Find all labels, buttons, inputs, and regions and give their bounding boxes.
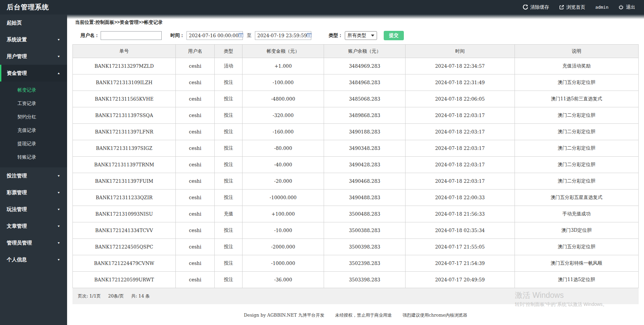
table-row: BANK1721241334TCVVceshi投注-10.0003500388.… bbox=[73, 222, 639, 239]
sidebar-subitem[interactable]: 充值记录 bbox=[0, 124, 67, 137]
app-title: 后台管理系统 bbox=[0, 3, 49, 12]
table-cell: ceshi bbox=[176, 239, 215, 255]
logout-button[interactable]: 退出 bbox=[619, 4, 635, 10]
table-cell: ceshi bbox=[176, 206, 215, 222]
sidebar-item-6[interactable]: 玩法管理▼ bbox=[0, 201, 67, 218]
table-cell: BANK1721310993NISU bbox=[73, 206, 176, 222]
table-cell: 澳门五分彩特殊一帆风顺 bbox=[515, 255, 639, 272]
username-label: 用户名： bbox=[80, 33, 99, 39]
table-cell: BANK1721313109ILZH bbox=[73, 74, 176, 91]
table-cell: ceshi bbox=[176, 189, 215, 206]
sidebar-item-label: 投注管理 bbox=[7, 173, 27, 179]
table-cell: 3500488.283 bbox=[324, 206, 406, 222]
sidebar-item-label: 文章管理 bbox=[7, 223, 27, 229]
sidebar-subitem[interactable]: 契约分红 bbox=[0, 110, 67, 124]
table-cell: 投注 bbox=[215, 189, 243, 206]
table-cell: ceshi bbox=[176, 74, 215, 91]
topbar: 后台管理系统 清除缓存 浏览首页 admin 退出 bbox=[0, 0, 644, 14]
table-cell: 投注 bbox=[215, 124, 243, 140]
page-footer: Design by AGBBIN.NET 九博平台开发 未经授权，禁止用于商业用… bbox=[72, 312, 639, 318]
table-cell: 活动 bbox=[215, 58, 243, 74]
table-row: BANK1721313109ILZHceshi投注-100.0003484968… bbox=[73, 74, 639, 91]
table-cell: 2024-07-17 21:54:39 bbox=[405, 255, 515, 272]
type-select-value: 所有类型 bbox=[347, 33, 366, 39]
sidebar-item-1[interactable]: 系统设置▼ bbox=[0, 31, 67, 48]
topbar-actions: 清除缓存 浏览首页 admin 退出 bbox=[523, 4, 644, 10]
main-content: 当前位置:控制面板>>资金管理>>帐变记录 用户名： 时间： 2024-07-1… bbox=[67, 14, 644, 325]
table-cell: 澳门二分彩定位胆 bbox=[515, 157, 639, 173]
sidebar-item-5[interactable]: 彩票管理▼ bbox=[0, 184, 67, 201]
time-from-value: 2024-07-16 00:00:00 bbox=[189, 33, 238, 38]
table-cell: ceshi bbox=[176, 107, 215, 124]
admin-app: 后台管理系统 清除缓存 浏览首页 admin 退出 bbox=[0, 0, 644, 325]
table-row: BANK1721310993NISUceshi充值+100.0003500488… bbox=[73, 206, 639, 222]
clear-cache-label: 清除缓存 bbox=[530, 4, 549, 10]
table-row: BANK1721311233QZIRceshi投注-10000.00034904… bbox=[73, 189, 639, 206]
username-input[interactable] bbox=[101, 31, 162, 40]
chevron-up-icon: ▲ bbox=[57, 72, 60, 75]
per-page-indicator: 20条/页 bbox=[108, 293, 124, 299]
type-select[interactable]: 所有类型 bbox=[345, 31, 377, 40]
table-cell: 3490468.283 bbox=[324, 173, 406, 189]
table-cell: 3490188.283 bbox=[324, 124, 406, 140]
chevron-down-icon: ▼ bbox=[57, 241, 60, 245]
power-icon bbox=[619, 5, 624, 10]
table-cell: +100.000 bbox=[243, 206, 324, 222]
time-from-input[interactable]: 2024-07-16 00:00:00 bbox=[186, 31, 243, 40]
table-cell: ceshi bbox=[176, 91, 215, 107]
sidebar-item-9[interactable]: 个人信息▼ bbox=[0, 251, 67, 268]
table-cell: +1.000 bbox=[243, 58, 324, 74]
calendar-icon[interactable] bbox=[307, 33, 312, 39]
table-cell: BANK1721313297MZLD bbox=[73, 58, 176, 74]
sidebar-subitem[interactable]: 帐变记录 bbox=[0, 84, 67, 97]
page-indicator: 页次: 1/1页 bbox=[78, 293, 101, 299]
sidebar-item-3[interactable]: 资金管理▲ bbox=[0, 65, 67, 82]
sidebar-item-2[interactable]: 用户管理▼ bbox=[0, 48, 67, 65]
calendar-icon[interactable] bbox=[238, 33, 243, 39]
sidebar-item-4[interactable]: 投注管理▼ bbox=[0, 167, 67, 184]
refresh-icon bbox=[523, 5, 528, 10]
table-cell: 3489868.283 bbox=[324, 107, 406, 124]
browse-home-button[interactable]: 浏览首页 bbox=[559, 4, 585, 10]
table-row: BANK1721311565KVHEceshi投注-4800.000348506… bbox=[73, 91, 639, 107]
time-to-input[interactable]: 2024-07-19 23:59:59 bbox=[255, 31, 311, 40]
footer-license: 未经授权，禁止用于商业用途 bbox=[335, 313, 392, 318]
table-row: BANK1721311397FUIMceshi投注-20.0003490468.… bbox=[73, 173, 639, 189]
column-header: 用户名 bbox=[176, 45, 215, 58]
clear-cache-button[interactable]: 清除缓存 bbox=[523, 4, 549, 10]
pagination-bar: 页次: 1/1页 20条/页 共: 14 条 bbox=[72, 288, 639, 304]
table-cell: 3485068.283 bbox=[324, 91, 406, 107]
column-header: 时间 bbox=[405, 45, 515, 58]
sidebar-item-7[interactable]: 文章管理▼ bbox=[0, 218, 67, 234]
table-cell: 3500398.283 bbox=[324, 239, 406, 255]
table-cell: ceshi bbox=[176, 124, 215, 140]
table-cell: 2024-07-18 22:03:17 bbox=[405, 157, 515, 173]
column-header: 说明 bbox=[515, 45, 639, 58]
sidebar-subitem[interactable]: 转账记录 bbox=[0, 151, 67, 164]
column-header: 类型 bbox=[215, 45, 243, 58]
table-cell: 投注 bbox=[215, 239, 243, 255]
table-cell: 3502398.283 bbox=[324, 255, 406, 272]
table-cell: 2024-07-18 22:34:57 bbox=[405, 58, 515, 74]
table-cell: 2024-07-18 22:00:33 bbox=[405, 189, 515, 206]
table-cell: 投注 bbox=[215, 74, 243, 91]
table-cell: -1000.000 bbox=[243, 255, 324, 272]
table-cell: 澳门二分彩定位胆 bbox=[515, 173, 639, 189]
table-cell: -40.000 bbox=[243, 157, 324, 173]
table-cell: 澳门五分彩定位胆 bbox=[515, 239, 639, 255]
sidebar-item-8[interactable]: 管理员管理▼ bbox=[0, 234, 67, 251]
table-cell: BANK1721311397SIGZ bbox=[73, 140, 176, 157]
sidebar: 起始页系统设置▼用户管理▼资金管理▲帐变记录工资记录契约分红充值记录提现记录转账… bbox=[0, 14, 67, 325]
table-cell: 2024-07-18 21:56:33 bbox=[405, 206, 515, 222]
table-cell: 澳门11选5定位胆 bbox=[515, 272, 639, 288]
table-cell: 澳门二分彩定位胆 bbox=[515, 124, 639, 140]
submit-button[interactable]: 提交 bbox=[384, 31, 404, 40]
sidebar-item-0[interactable]: 起始页 bbox=[0, 14, 67, 31]
sidebar-item-label: 彩票管理 bbox=[7, 189, 27, 196]
sidebar-subitem[interactable]: 工资记录 bbox=[0, 97, 67, 110]
sidebar-subitem[interactable]: 提现记录 bbox=[0, 137, 67, 151]
table-cell: 2024-07-17 21:55:05 bbox=[405, 239, 515, 255]
table-header-row: 单号用户名类型帐变金额（元）账户余额（元）时间说明 bbox=[73, 45, 639, 58]
sidebar-item-label: 玩法管理 bbox=[7, 206, 27, 213]
table-cell: 澳门11选5前三直选复式 bbox=[515, 91, 639, 107]
